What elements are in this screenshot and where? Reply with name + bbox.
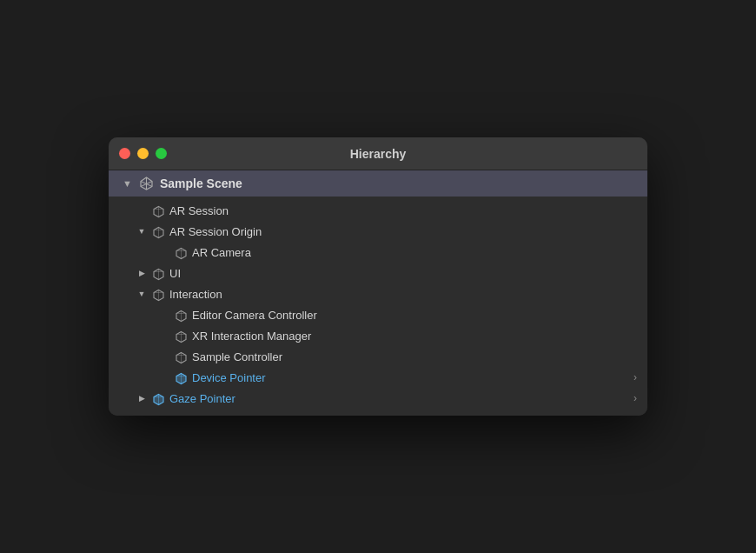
- item-label-ar-camera: AR Camera: [192, 246, 637, 259]
- tree-item-gaze-pointer[interactable]: ▶ Gaze Pointer›: [109, 388, 647, 409]
- item-label-sample-controller: Sample Controller: [192, 350, 637, 363]
- scene-header-row[interactable]: ▼ Sample Scene: [109, 170, 647, 197]
- cube-icon-ar-session: [150, 203, 166, 218]
- chevron-icon-device-pointer: [159, 373, 169, 383]
- tree-item-ui[interactable]: ▶ UI: [109, 263, 647, 283]
- tree-item-xr-interaction-manager[interactable]: XR Interaction Manager: [109, 325, 647, 346]
- item-label-xr-interaction-manager: XR Interaction Manager: [192, 330, 637, 343]
- arrow-icon-device-pointer: ›: [633, 371, 637, 383]
- cube-icon-device-pointer: [173, 370, 189, 385]
- cube-icon-gaze-pointer: [150, 390, 166, 406]
- chevron-icon-editor-camera-controller: [159, 310, 169, 320]
- hierarchy-body: ▼ Sample Scene AR Session▼: [109, 170, 647, 416]
- tree-item-ar-camera[interactable]: AR Camera: [109, 242, 647, 263]
- traffic-lights: [119, 148, 167, 159]
- chevron-icon-ui[interactable]: ▶: [136, 269, 147, 277]
- minimize-button[interactable]: [137, 148, 149, 159]
- chevron-icon-ar-session: [136, 206, 147, 216]
- cube-icon-interaction: [150, 286, 166, 302]
- arrow-icon-gaze-pointer: ›: [633, 392, 637, 404]
- maximize-button[interactable]: [156, 148, 167, 159]
- window-title: Hierarchy: [350, 147, 407, 161]
- chevron-icon-ar-camera: [159, 248, 169, 257]
- tree-item-ar-session[interactable]: AR Session: [109, 200, 647, 221]
- chevron-icon-gaze-pointer[interactable]: ▶: [136, 394, 147, 403]
- hierarchy-window: Hierarchy ▼ Sample Scene: [109, 137, 647, 416]
- item-label-gaze-pointer: Gaze Pointer: [169, 392, 630, 405]
- tree-item-sample-controller[interactable]: Sample Controller: [109, 346, 647, 367]
- cube-icon-xr-interaction-manager: [173, 328, 189, 343]
- cube-icon-sample-controller: [173, 349, 189, 364]
- tree-item-ar-session-origin[interactable]: ▼ AR Session Origin: [109, 221, 647, 242]
- item-label-ui: UI: [169, 267, 637, 280]
- cube-icon-ar-camera: [173, 244, 189, 260]
- cube-icon-ui: [150, 265, 166, 281]
- scene-name: Sample Scene: [160, 177, 242, 190]
- chevron-icon-sample-controller: [159, 352, 169, 362]
- tree-item-editor-camera-controller[interactable]: Editor Camera Controller: [109, 304, 647, 325]
- item-label-interaction: Interaction: [169, 288, 637, 301]
- cube-icon-editor-camera-controller: [173, 307, 189, 323]
- close-button[interactable]: [119, 148, 130, 159]
- cube-icon-ar-session-origin: [150, 223, 166, 239]
- chevron-icon-interaction[interactable]: ▼: [136, 290, 147, 298]
- tree-item-interaction[interactable]: ▼ Interaction: [109, 283, 647, 304]
- item-label-editor-camera-controller: Editor Camera Controller: [192, 309, 637, 322]
- item-label-ar-session-origin: AR Session Origin: [169, 225, 637, 238]
- item-label-device-pointer: Device Pointer: [192, 371, 630, 384]
- item-label-ar-session: AR Session: [169, 204, 637, 217]
- chevron-icon-ar-session-origin[interactable]: ▼: [136, 227, 147, 236]
- title-bar: Hierarchy: [109, 137, 647, 170]
- tree-items-container: AR Session▼ AR Session Origin AR Camera▶…: [109, 197, 647, 416]
- scene-chevron-icon: ▼: [123, 178, 132, 189]
- unity-scene-icon: [139, 176, 155, 191]
- chevron-icon-xr-interaction-manager: [159, 331, 169, 341]
- tree-item-device-pointer[interactable]: Device Pointer›: [109, 367, 647, 388]
